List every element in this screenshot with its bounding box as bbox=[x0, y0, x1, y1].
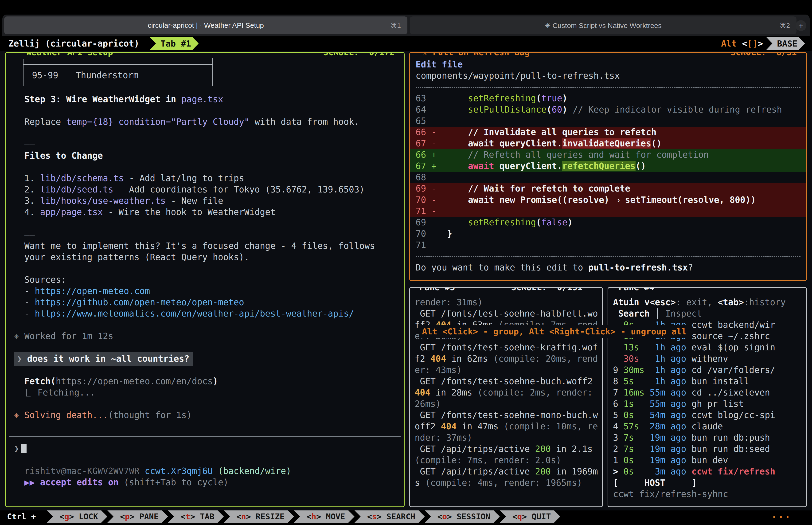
keybind-pane[interactable]: <p> PANE bbox=[107, 510, 168, 523]
prompt-input[interactable]: ❯ bbox=[6, 437, 404, 460]
terminal-line: Fetch(https://open-meteo.com/en/docs) bbox=[6, 376, 404, 387]
terminal-line: 65 bbox=[410, 115, 806, 127]
keybind-segments: <g> LOCK<p> PANE<t> TAB<n> RESIZE<h> MOV… bbox=[47, 510, 560, 523]
terminal-line: ❯ does it work in ~all countries? bbox=[6, 353, 404, 364]
window-tab-worktrees-title: ✳ Custom Script vs Native Worktrees bbox=[545, 21, 662, 30]
window-tab-worktrees[interactable]: ✳ Custom Script vs Native Worktrees ⌘2 bbox=[410, 16, 796, 34]
terminal-line: - https://www.meteomatics.com/en/weather… bbox=[6, 308, 404, 319]
zellij-status-bar: Zellij (circular-apricot) Tab #1 Alt < [… bbox=[0, 36, 812, 51]
terminal-line: 69 - // Wait for refetch to complete bbox=[410, 183, 806, 194]
alt-label: Alt bbox=[721, 39, 742, 49]
terminal-line bbox=[6, 342, 404, 353]
table-cell-condition: Thunderstorm bbox=[67, 65, 138, 86]
terminal-line: Step 3: Wire WeatherWidget in page.tsx bbox=[6, 94, 404, 105]
terminal-line: —— bbox=[6, 139, 404, 150]
terminal-line: 4. app/page.tsx - Wire the hook to Weath… bbox=[6, 207, 404, 218]
window-tab-weather-title: circular-apricot | · Weather API Setup bbox=[148, 21, 264, 29]
terminal-line: 68 bbox=[410, 172, 806, 183]
zellij-screen: { "window": { "tabs": [ { "title": "circ… bbox=[0, 0, 812, 525]
terminal-line: nder: 37ms) bbox=[410, 432, 602, 444]
tab1-badge[interactable]: Tab #1 bbox=[150, 37, 199, 50]
keybind-quit[interactable]: <q> QUIT bbox=[500, 510, 561, 523]
terminal-line: - https://open-meteo.com bbox=[6, 286, 404, 297]
terminal-line: > 0s 3m ago ccwt fix/refresh bbox=[608, 466, 806, 477]
terminal-line: 3. lib/hooks/use-weather.ts - New file bbox=[6, 195, 404, 207]
terminal-line bbox=[410, 251, 806, 262]
terminal-line: Sources: bbox=[6, 274, 404, 286]
terminal-line: 6 1s 55m ago gh pr list bbox=[608, 398, 806, 410]
session-footer: rishitv@mac-KGWV2WV7WR ccwt.Xr3qmj6U (ba… bbox=[6, 460, 404, 488]
table-cell-code: 95-99 bbox=[24, 65, 67, 86]
terminal-line: ✳ Worked for 1m 12s bbox=[6, 331, 404, 342]
terminal-line: Fetching... bbox=[6, 387, 404, 398]
terminal-line: GET /api/trips/active 200 in 2.1s bbox=[410, 444, 602, 455]
terminal-line: 66 - // Invalidate all queries to refetc… bbox=[410, 127, 806, 138]
terminal-line: 71 - bbox=[410, 206, 806, 217]
terminal-line: GET /fonts/test-soehne-halbfett.wo bbox=[410, 308, 602, 319]
terminal-line: 4 57s 28m ago claude bbox=[608, 421, 806, 432]
weather-code-table: 95-99 Thunderstorm bbox=[23, 58, 213, 86]
terminal-line: [ HOST ] bbox=[608, 477, 806, 489]
pane-pull-on-refresh-bug[interactable]: ✳ Pull on Refresh Bug SCROLL: 6/31 Edit … bbox=[409, 52, 807, 281]
terminal-line: 7 16ms 55m ago cd ../sixeleven bbox=[608, 387, 806, 398]
terminal-line: ✳ Solving death...(thought for 1s) bbox=[6, 410, 404, 421]
terminal-line: (compile: 7ms, render: 2.0s) bbox=[410, 455, 602, 466]
terminal-line bbox=[6, 218, 404, 229]
terminal-line: GET /fonts/test-soehne-kraftig.wof bbox=[410, 342, 602, 353]
pane-weather-api-setup[interactable]: · Weather API Setup SCROLL: 0/172 95-99 … bbox=[5, 52, 404, 507]
terminal-line: Do you want to make this edit to pull-to… bbox=[410, 262, 806, 273]
terminal-line: 1. lib/db/schema.ts - Add lat/lng to tri… bbox=[6, 173, 404, 184]
terminal-line: 67 + await queryClient.refetchQueries() bbox=[410, 161, 806, 172]
terminal-line: 67 - await queryClient.invalidateQueries… bbox=[410, 138, 806, 149]
terminal-line: 8 5s 1h ago bun install bbox=[608, 376, 806, 387]
keybind-resize[interactable]: <n> RESIZE bbox=[224, 510, 294, 523]
mode-hint: Alt < [] > BASE bbox=[721, 37, 805, 50]
terminal-line: 70 } bbox=[410, 228, 806, 239]
terminal-line: 2 7s 19m ago bun run db:seed bbox=[608, 444, 806, 455]
window-tab-worktrees-shortcut: ⌘2 bbox=[780, 21, 790, 29]
ctrl-prefix: Ctrl + bbox=[0, 510, 47, 523]
terminal-line: 69 setRefreshing(false) bbox=[410, 217, 806, 228]
keybind-search[interactable]: <s> SEARCH bbox=[354, 510, 425, 523]
table-row: 95-99 Thunderstorm bbox=[23, 64, 213, 86]
terminal-line: 26ms) bbox=[410, 398, 602, 410]
pane-3-title: Pane #3 bbox=[416, 287, 458, 294]
terminal-line: your existing patterns (React Query hook… bbox=[6, 252, 404, 263]
terminal-line: Search │ Inspect bbox=[608, 308, 806, 319]
terminal-line: Atuin v<esc>: exit, <tab>:history bbox=[608, 297, 806, 308]
pane-4-atuin-history[interactable]: Pane #4 Atuin v<esc>: exit, <tab>:histor… bbox=[608, 287, 807, 507]
terminal-line: 404 in 28ms (compile: 2ms, render: bbox=[410, 387, 602, 398]
window-tab-weather[interactable]: circular-apricot | · Weather API Setup ⌘… bbox=[4, 16, 408, 34]
pane-3-scroll-indicator: SCROLL: 0/151 bbox=[508, 287, 586, 294]
terminal-line: GET /fonts/test-soehne-mono-buch.w bbox=[410, 410, 602, 421]
atuin-history-list[interactable]: Atuin v<esc>: exit, <tab>:history Search… bbox=[608, 288, 806, 500]
terminal-line: components/waypoint/pull-to-refresh.tsx bbox=[410, 70, 806, 81]
keybind-lock[interactable]: <g> LOCK bbox=[47, 510, 107, 523]
terminal-line bbox=[6, 263, 404, 274]
terminal-line bbox=[6, 319, 404, 331]
keybind-move[interactable]: <h> MOVE bbox=[294, 510, 354, 523]
weather-pane-content: 95-99 Thunderstorm Step 3: Wire WeatherW… bbox=[6, 53, 404, 488]
overflow-dots[interactable]: ... bbox=[771, 510, 792, 520]
terminal-line: ccwt fix/refresh-syhnc bbox=[608, 489, 806, 500]
terminal-line: 9 30ms 1h ago cd /var/folders/ bbox=[608, 364, 806, 376]
terminal-line bbox=[6, 398, 404, 410]
terminal-line bbox=[6, 105, 404, 116]
alt-bracket-open: < bbox=[742, 39, 747, 49]
alt-keys: [] bbox=[747, 39, 758, 49]
terminal-line: 64 setPullDistance(60) // Keep indicator… bbox=[410, 104, 806, 115]
terminal-line: GET /fonts/test-soehne-buch.woff2 bbox=[410, 376, 602, 387]
terminal-line: - https://github.com/open-meteo/open-met… bbox=[6, 297, 404, 308]
terminal-line: er: 43ms) bbox=[410, 364, 602, 376]
keybind-session[interactable]: <o> SESSION bbox=[425, 510, 500, 523]
weather-transcript: Step 3: Wire WeatherWidget in page.tsx R… bbox=[6, 94, 404, 432]
new-tab-button[interactable]: + bbox=[796, 20, 806, 31]
alt-bracket-close: > bbox=[758, 39, 763, 49]
pane-weather-scroll-indicator: SCROLL: 0/172 bbox=[320, 52, 398, 59]
group-hint: Alt <Click> - group, Alt <Right-Click> -… bbox=[419, 325, 690, 338]
terminal-line bbox=[6, 162, 404, 173]
pane-3-dev-server-log[interactable]: Pane #3 SCROLL: 0/151 render: 31ms) GET … bbox=[409, 287, 603, 507]
terminal-line: s (compile: 4ms, render: 1965ms) bbox=[410, 477, 602, 489]
terminal-line bbox=[6, 127, 404, 139]
keybind-tab[interactable]: <t> TAB bbox=[168, 510, 224, 523]
